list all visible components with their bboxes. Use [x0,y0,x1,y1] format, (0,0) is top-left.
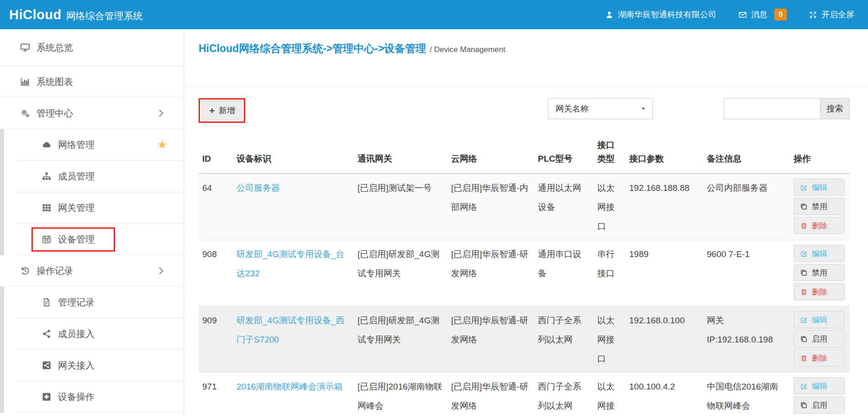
action-label: 删除 [812,222,827,230]
expand-icon [809,11,817,19]
page-heading: HiCloud网络综合管理系统->管理中心->设备管理 / Device Man… [199,42,850,56]
edit-button[interactable]: 编辑 [794,245,845,262]
user-icon [605,11,614,19]
edit-button[interactable]: 编辑 [794,311,845,328]
action-label: 禁用 [812,269,827,277]
edit-button[interactable]: 编辑 [794,377,845,395]
cell-interface-type: 串行接口 [594,240,626,306]
cell-interface-type: 以太网接口 [594,373,626,416]
cell-interface-type: 以太网接口 [594,306,626,373]
search-button[interactable]: 搜索 [821,98,850,119]
column-header-8: 备注信息 [703,138,790,174]
device-table: ID设备标识通讯网关云网络PLC型号接口类型接口参数备注信息操作 64公司服务器… [199,138,850,416]
envelope-icon [738,11,747,19]
device-link[interactable]: 2016湖南物联网峰会演示箱 [237,382,342,391]
sidebar-item-management-records[interactable]: 管理记录 [16,287,184,318]
column-header-7: 接口参数 [626,138,703,174]
cell-gateway: [已启用]2016湖南物联网峰会 [354,373,447,416]
sidebar-item-gateway-management[interactable]: 网关管理 [16,192,184,224]
account-menu[interactable]: 湖南华辰智通科技有限公司 [605,9,716,20]
sidebar-item-system-charts[interactable]: 系统图表 [0,66,184,98]
topbar: HiCloud 网络综合管理系统 湖南华辰智通科技有限公司 消息 0 开启全屏 [0,0,868,29]
disable-button[interactable]: 禁用 [794,198,845,215]
enable-button[interactable]: 启用 [794,330,845,348]
sidebar-item-member-access[interactable]: 成员接入 [16,318,184,350]
clone-icon [800,401,808,409]
sidebar-item-system-overview[interactable]: 系统总览 [0,29,184,66]
cell-actions: 编辑禁用删除 [790,240,850,306]
table-header-row: ID设备标识通讯网关云网络PLC型号接口类型接口参数备注信息操作 [199,138,850,174]
heading-divider [184,87,868,87]
action-label: 编辑 [812,184,827,191]
cell-gateway: [已启用]测试架一号 [354,174,447,240]
cell-cloud-network: [已启用]华辰智通-内部网络 [447,174,534,240]
action-label: 禁用 [812,203,827,211]
cell-remark: 中国电信2016湖南物联网峰会 [703,373,790,416]
cell-id: 908 [199,240,233,306]
add-device-label: 新增 [219,105,235,116]
trash-icon [800,354,808,362]
company-name: 湖南华辰智通科技有限公司 [618,9,716,20]
cell-cloud-network: [已启用]华辰智通-研发网络 [447,240,534,306]
sidebar-item-member-management[interactable]: 成员管理 [16,161,184,192]
annotation-box: 设备管理 [32,227,115,252]
cell-id: 971 [199,373,233,416]
delete-button[interactable]: 删除 [794,283,845,300]
sidebar-item-management-center[interactable]: 管理中心 [0,98,184,129]
filter-field-select[interactable]: 网关名称 [548,98,653,119]
star-icon: ★ [157,139,167,150]
fullscreen-toggle[interactable]: 开启全屏 [809,9,854,20]
messages-menu[interactable]: 消息 0 [738,9,787,21]
action-label: 编辑 [812,250,827,258]
sidebar-item-operation-records[interactable]: 操作记录 [0,255,184,287]
sidebar-item-label: 设备管理 [58,233,95,246]
share-square-icon [42,360,52,370]
column-header-1: ID [199,138,233,174]
table-row: 909研发部_4G测试专用设备_西门子S7200[已启用]研发部_4G测试专用网… [199,306,850,373]
sidebar-item-device-operations[interactable]: 设备操作 [16,381,184,413]
cell-plc-model: 西门子全系列以太网 [534,306,594,373]
cell-id: 909 [199,306,233,373]
cell-device: 公司服务器 [233,174,354,240]
sidebar: 系统总览系统图表管理中心网络管理★成员管理网关管理设备管理操作记录管理记录成员接… [0,29,184,416]
fullscreen-label: 开启全屏 [821,9,854,20]
sidebar-item-label: 网关接入 [58,359,95,372]
disable-button[interactable]: 禁用 [794,264,845,281]
cell-interface-params: 1989 [626,240,703,306]
enable-button[interactable]: 启用 [794,396,845,414]
sidebar-item-label: 网关管理 [58,202,95,214]
device-link[interactable]: 研发部_4G测试专用设备_西门子S7200 [237,316,344,344]
cell-gateway: [已启用]研发部_4G测试专用网关 [354,306,447,373]
toolbar: 新增 网关名称 搜索 [199,98,850,123]
sidebar-item-label: 操作记录 [37,265,73,277]
clone-icon [800,269,808,277]
chevron-right-icon [156,266,166,276]
toolbar-right: 网关名称 搜索 [548,98,850,119]
search-input[interactable] [724,98,821,119]
clone-icon [800,203,808,211]
edit-button[interactable]: 编辑 [794,179,845,196]
sidebar-item-network-management[interactable]: 网络管理★ [16,129,184,161]
device-link[interactable]: 研发部_4G测试专用设备_台达232 [237,249,344,278]
cell-interface-params: 100.100.4.2 [626,373,703,416]
device-link[interactable]: 公司服务器 [237,183,280,193]
cell-id: 64 [199,174,233,240]
sidebar-item-device-management[interactable]: 设备管理 [16,224,184,255]
add-device-button[interactable]: 新增 [201,101,242,120]
edit-icon [800,184,808,191]
plus-icon [209,107,216,114]
breadcrumb-subtitle: / Device Management [430,45,505,54]
plus-square-icon [42,392,52,402]
calendar-icon [42,234,52,244]
sitemap-icon [42,171,52,181]
sidebar-item-label: 设备操作 [58,391,95,403]
column-header-4: 云网络 [447,138,534,174]
table-row: 9712016湖南物联网峰会演示箱[已启用]2016湖南物联网峰会[已启用]华辰… [199,373,850,416]
delete-button[interactable]: 删除 [794,217,845,234]
main-content: HiCloud网络综合管理系统->管理中心->设备管理 / Device Man… [184,29,868,416]
sidebar-item-label: 网络管理 [58,139,95,151]
cell-device: 2016湖南物联网峰会演示箱 [233,373,354,416]
sidebar-item-gateway-access[interactable]: 网关接入 [16,350,184,381]
edit-icon [800,250,808,258]
delete-button[interactable]: 删除 [794,349,845,367]
